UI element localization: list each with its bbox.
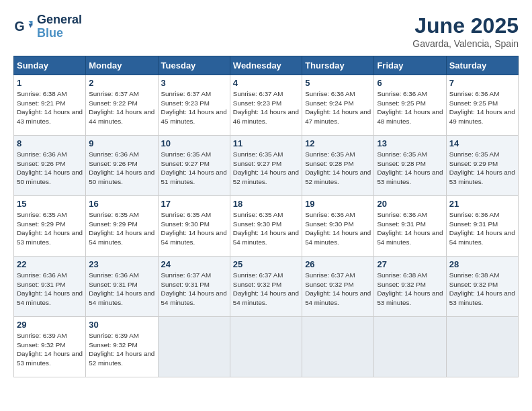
day-info: Sunrise: 6:36 AMSunset: 9:24 PMDaylight:… [305,89,371,126]
day-info: Sunrise: 6:36 AMSunset: 9:31 PMDaylight:… [89,271,154,308]
calendar-cell [230,317,302,377]
day-number: 7 [449,78,515,88]
calendar-week-row: 29Sunrise: 6:39 AMSunset: 9:32 PMDayligh… [14,317,519,377]
day-info: Sunrise: 6:36 AMSunset: 9:25 PMDaylight:… [377,89,443,126]
day-number: 1 [17,78,83,88]
calendar-cell: 14Sunrise: 6:35 AMSunset: 9:29 PMDayligh… [446,136,518,196]
calendar-cell: 26Sunrise: 6:37 AMSunset: 9:32 PMDayligh… [302,257,374,317]
calendar-cell: 6Sunrise: 6:36 AMSunset: 9:25 PMDaylight… [374,75,446,136]
day-number: 28 [449,259,515,269]
day-info: Sunrise: 6:36 AMSunset: 9:31 PMDaylight:… [377,210,443,247]
day-info: Sunrise: 6:37 AMSunset: 9:32 PMDaylight:… [233,271,299,308]
day-info: Sunrise: 6:38 AMSunset: 9:32 PMDaylight:… [377,271,443,308]
title-block: June 2025 Gavarda, Valencia, Spain [412,13,519,49]
calendar-cell: 27Sunrise: 6:38 AMSunset: 9:32 PMDayligh… [374,257,446,317]
calendar-cell: 4Sunrise: 6:37 AMSunset: 9:23 PMDaylight… [230,75,302,136]
svg-marker-2 [29,24,33,28]
day-info: Sunrise: 6:36 AMSunset: 9:25 PMDaylight:… [449,89,515,126]
day-number: 14 [449,138,515,148]
svg-text:G: G [15,19,25,34]
day-number: 10 [161,138,227,148]
calendar-cell: 3Sunrise: 6:37 AMSunset: 9:23 PMDaylight… [158,75,230,136]
day-number: 5 [305,78,371,88]
calendar-cell: 18Sunrise: 6:35 AMSunset: 9:30 PMDayligh… [230,196,302,257]
day-number: 30 [89,320,154,330]
day-info: Sunrise: 6:36 AMSunset: 9:26 PMDaylight:… [89,150,154,187]
calendar-cell: 21Sunrise: 6:36 AMSunset: 9:31 PMDayligh… [446,196,518,257]
calendar-cell: 9Sunrise: 6:36 AMSunset: 9:26 PMDaylight… [86,136,158,196]
page-header: G General Blue June 2025 Gavarda, Valenc… [13,13,519,49]
day-info: Sunrise: 6:39 AMSunset: 9:32 PMDaylight:… [17,331,83,368]
day-info: Sunrise: 6:37 AMSunset: 9:22 PMDaylight:… [89,89,154,126]
day-number: 18 [233,199,299,209]
day-number: 27 [377,259,443,269]
day-info: Sunrise: 6:37 AMSunset: 9:32 PMDaylight:… [305,271,371,308]
weekday-header-tuesday: Tuesday [158,56,230,75]
weekday-header-monday: Monday [86,56,158,75]
calendar-cell: 2Sunrise: 6:37 AMSunset: 9:22 PMDaylight… [86,75,158,136]
day-number: 20 [377,199,443,209]
calendar-cell: 1Sunrise: 6:38 AMSunset: 9:21 PMDaylight… [14,75,86,136]
day-info: Sunrise: 6:37 AMSunset: 9:23 PMDaylight:… [161,89,227,126]
day-number: 21 [449,199,515,209]
day-number: 26 [305,259,371,269]
calendar-cell: 16Sunrise: 6:35 AMSunset: 9:29 PMDayligh… [86,196,158,257]
day-number: 15 [17,199,83,209]
logo-line2: Blue [37,26,63,40]
day-number: 12 [305,138,371,148]
day-info: Sunrise: 6:35 AMSunset: 9:29 PMDaylight:… [89,210,154,247]
day-number: 24 [161,259,227,269]
calendar-header-row: SundayMondayTuesdayWednesdayThursdayFrid… [14,56,519,75]
day-number: 17 [161,199,227,209]
calendar-cell [446,317,518,377]
day-number: 3 [161,78,227,88]
calendar-cell: 7Sunrise: 6:36 AMSunset: 9:25 PMDaylight… [446,75,518,136]
day-info: Sunrise: 6:35 AMSunset: 9:30 PMDaylight:… [233,210,299,247]
calendar-cell [302,317,374,377]
day-number: 2 [89,78,154,88]
day-number: 19 [305,199,371,209]
day-number: 9 [89,138,154,148]
day-info: Sunrise: 6:36 AMSunset: 9:30 PMDaylight:… [305,210,371,247]
day-info: Sunrise: 6:35 AMSunset: 9:28 PMDaylight:… [305,150,371,187]
day-number: 8 [17,138,83,148]
calendar-cell: 25Sunrise: 6:37 AMSunset: 9:32 PMDayligh… [230,257,302,317]
day-number: 13 [377,138,443,148]
day-info: Sunrise: 6:35 AMSunset: 9:29 PMDaylight:… [449,150,515,187]
day-number: 16 [89,199,154,209]
calendar-week-row: 15Sunrise: 6:35 AMSunset: 9:29 PMDayligh… [14,196,519,257]
calendar-cell: 28Sunrise: 6:38 AMSunset: 9:32 PMDayligh… [446,257,518,317]
calendar-cell: 23Sunrise: 6:36 AMSunset: 9:31 PMDayligh… [86,257,158,317]
calendar-cell: 29Sunrise: 6:39 AMSunset: 9:32 PMDayligh… [14,317,86,377]
calendar-cell: 20Sunrise: 6:36 AMSunset: 9:31 PMDayligh… [374,196,446,257]
calendar-cell: 10Sunrise: 6:35 AMSunset: 9:27 PMDayligh… [158,136,230,196]
calendar-week-row: 8Sunrise: 6:36 AMSunset: 9:26 PMDaylight… [14,136,519,196]
weekday-header-sunday: Sunday [14,56,86,75]
calendar-cell: 17Sunrise: 6:35 AMSunset: 9:30 PMDayligh… [158,196,230,257]
day-info: Sunrise: 6:39 AMSunset: 9:32 PMDaylight:… [89,331,154,368]
calendar-cell: 12Sunrise: 6:35 AMSunset: 9:28 PMDayligh… [302,136,374,196]
day-info: Sunrise: 6:36 AMSunset: 9:31 PMDaylight:… [449,210,515,247]
calendar-cell [158,317,230,377]
day-number: 22 [17,259,83,269]
calendar-cell: 15Sunrise: 6:35 AMSunset: 9:29 PMDayligh… [14,196,86,257]
weekday-header-friday: Friday [374,56,446,75]
calendar-cell: 22Sunrise: 6:36 AMSunset: 9:31 PMDayligh… [14,257,86,317]
weekday-header-thursday: Thursday [302,56,374,75]
location: Gavarda, Valencia, Spain [412,38,519,49]
calendar-cell: 5Sunrise: 6:36 AMSunset: 9:24 PMDaylight… [302,75,374,136]
day-info: Sunrise: 6:35 AMSunset: 9:29 PMDaylight:… [17,210,83,247]
day-info: Sunrise: 6:37 AMSunset: 9:31 PMDaylight:… [161,271,227,308]
logo-icon: G [13,17,34,37]
day-info: Sunrise: 6:35 AMSunset: 9:27 PMDaylight:… [161,150,227,187]
day-number: 23 [89,259,154,269]
calendar-cell: 30Sunrise: 6:39 AMSunset: 9:32 PMDayligh… [86,317,158,377]
calendar-cell: 13Sunrise: 6:35 AMSunset: 9:28 PMDayligh… [374,136,446,196]
day-number: 29 [17,320,83,330]
day-info: Sunrise: 6:35 AMSunset: 9:27 PMDaylight:… [233,150,299,187]
day-number: 4 [233,78,299,88]
day-info: Sunrise: 6:35 AMSunset: 9:28 PMDaylight:… [377,150,443,187]
logo-line1: General [37,13,82,27]
calendar-table: SundayMondayTuesdayWednesdayThursdayFrid… [13,56,519,377]
day-info: Sunrise: 6:36 AMSunset: 9:26 PMDaylight:… [17,150,83,187]
